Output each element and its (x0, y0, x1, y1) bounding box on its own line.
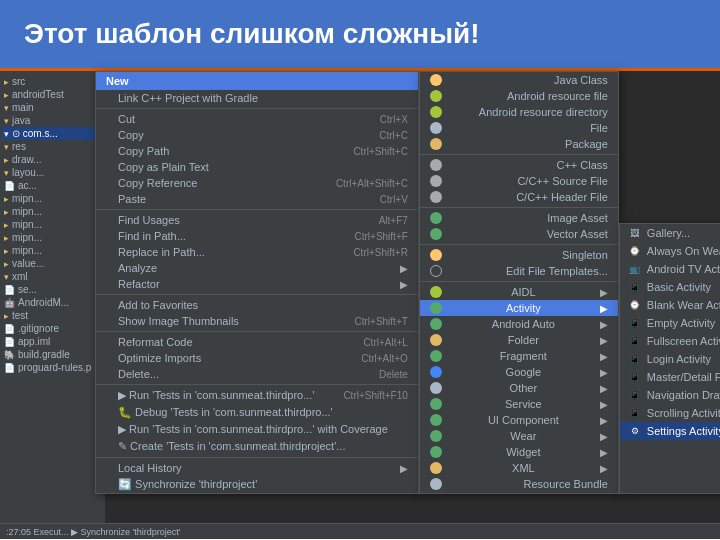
submenu1-google[interactable]: Google ▶ (420, 364, 618, 380)
activity-gallery[interactable]: 🖼 Gallery... (620, 224, 720, 242)
menu-item-delete[interactable]: Delete... Delete (96, 366, 418, 382)
image-asset-icon (430, 212, 442, 224)
submenu1-ui-component[interactable]: UI Component ▶ (420, 412, 618, 428)
submenu1-android-resource-dir[interactable]: Android resource directory (420, 104, 618, 120)
submenu1-image-asset[interactable]: Image Asset (420, 210, 618, 226)
resource-bundle-icon (430, 478, 442, 490)
menu-item-reformat[interactable]: Reformat Code Ctrl+Alt+L (96, 334, 418, 350)
tree-item-values: ▸ value... (2, 257, 103, 270)
submenu1-android-resource-file[interactable]: Android resource file (420, 88, 618, 104)
menu-item-run-coverage[interactable]: ▶ Run 'Tests in 'com.sunmeat.thirdpro...… (96, 421, 418, 438)
tree-item-res: ▾ res (2, 140, 103, 153)
activity-settings[interactable]: ⚙ Settings Activity (620, 422, 720, 440)
submenu1-cpp-source[interactable]: C/C++ Source File (420, 173, 618, 189)
folder-icon: ▸ (4, 194, 9, 204)
menu-item-run-tests[interactable]: ▶ Run 'Tests in 'com.sunmeat.thirdpro...… (96, 387, 418, 404)
activity-fullscreen[interactable]: 📱 Fullscreen Activity (620, 332, 720, 350)
android-auto-icon (430, 318, 442, 330)
folder-icon: ▸ (4, 90, 9, 100)
folder-icon: ▸ (4, 77, 9, 87)
tree-item-gitignore: 📄 .gitignore (2, 322, 103, 335)
gradle-icon: 🐘 (4, 350, 15, 360)
folder-icon: ▸ (4, 207, 9, 217)
menu-item-copy[interactable]: Copy Ctrl+C (96, 127, 418, 143)
separator4 (96, 331, 418, 332)
activity-scrolling[interactable]: 📱 Scrolling Activity (620, 404, 720, 422)
activity-master-detail[interactable]: 📱 Master/Detail Flow (620, 368, 720, 386)
folder-icon: ▾ (4, 168, 9, 178)
folder-icon: ▾ (4, 142, 9, 152)
ide-content: ▸ src ▸ androidTest ▾ main ▾ java ▾ ⊙ co… (0, 71, 720, 539)
submenu1-folder[interactable]: Folder ▶ (420, 332, 618, 348)
submenu1-cpp-header[interactable]: C/C++ Header File (420, 189, 618, 205)
android-resource-dir-icon (430, 106, 442, 118)
activity-empty[interactable]: 📱 Empty Activity (620, 314, 720, 332)
submenu1-activity[interactable]: Activity ▶ (420, 300, 618, 316)
menu-item-replace-path[interactable]: Replace in Path... Ctrl+Shift+R (96, 244, 418, 260)
menu-item-find-usages[interactable]: Find Usages Alt+F7 (96, 212, 418, 228)
submenu1-resource-bundle[interactable]: Resource Bundle (420, 476, 618, 492)
submenu1-package[interactable]: Package (420, 136, 618, 152)
submenu1-widget[interactable]: Widget ▶ (420, 444, 618, 460)
tree-item-com[interactable]: ▾ ⊙ com.s... (2, 127, 103, 140)
menu-item-link-cpp[interactable]: Link C++ Project with Gradle (96, 90, 418, 106)
activity-navigation-drawer[interactable]: 📱 Navigation Drawer Activity (620, 386, 720, 404)
submenu1-fragment[interactable]: Fragment ▶ (420, 348, 618, 364)
settings-activity-icon: ⚙ (628, 424, 642, 438)
submenu1-java-class[interactable]: Java Class (420, 72, 618, 88)
submenu1-service[interactable]: Service ▶ (420, 396, 618, 412)
tree-item-buildgradle: 🐘 build.gradle (2, 348, 103, 361)
submenu1-file[interactable]: File (420, 120, 618, 136)
menu-item-copy-path[interactable]: Copy Path Ctrl+Shift+C (96, 143, 418, 159)
vector-asset-icon (430, 228, 442, 240)
separator3 (96, 294, 418, 295)
activity-login[interactable]: 📱 Login Activity (620, 350, 720, 368)
slide-container: Этот шаблон слишком сложный! ▸ src ▸ and… (0, 0, 720, 540)
submenu1-other[interactable]: Other ▶ (420, 380, 618, 396)
ui-component-icon (430, 414, 442, 426)
activity-android-tv[interactable]: 📺 Android TV Activity (Requires... (620, 260, 720, 278)
separator5 (96, 384, 418, 385)
submenu1-cpp-class[interactable]: C++ Class (420, 157, 618, 173)
activity-blank-wear[interactable]: ⌚ Blank Wear Activity (Requires... (620, 296, 720, 314)
submenu1-singleton[interactable]: Singleton (420, 247, 618, 263)
activity-basic[interactable]: 📱 Basic Activity (620, 278, 720, 296)
menu-header-new[interactable]: New (96, 72, 418, 90)
submenu1-vector-asset[interactable]: Vector Asset (420, 226, 618, 242)
menu-item-create-tests[interactable]: ✎ Create 'Tests in 'com.sunmeat.thirdpro… (96, 438, 418, 455)
nav-drawer-icon: 📱 (628, 388, 642, 402)
file-icon: 📄 (4, 363, 15, 373)
submenu1-edit-templates[interactable]: Edit File Templates... (420, 263, 618, 279)
file-tree: ▸ src ▸ androidTest ▾ main ▾ java ▾ ⊙ co… (0, 71, 105, 539)
menu-item-optimize-imports[interactable]: Optimize Imports Ctrl+Alt+O (96, 350, 418, 366)
menu-item-local-history[interactable]: Local History ▶ (96, 460, 418, 476)
menu-item-add-favorites[interactable]: Add to Favorites (96, 297, 418, 313)
file-icon (430, 122, 442, 134)
menu-item-copy-plain[interactable]: Copy as Plain Text (96, 159, 418, 175)
menu-item-debug-tests[interactable]: 🐛 Debug 'Tests in 'com.sunmeat.thirdpro.… (96, 404, 418, 421)
menu-item-find-path[interactable]: Find in Path... Ctrl+Shift+F (96, 228, 418, 244)
sep (420, 154, 618, 155)
edit-templates-icon (430, 265, 442, 277)
menu-item-cut[interactable]: Cut Ctrl+X (96, 111, 418, 127)
menu-item-refactor[interactable]: Refactor ▶ (96, 276, 418, 292)
package-icon: ▾ (4, 129, 9, 139)
menu-item-copy-ref[interactable]: Copy Reference Ctrl+Alt+Shift+C (96, 175, 418, 191)
tree-item-mipmap4: ▸ mipn... (2, 231, 103, 244)
activity-always-on-wear[interactable]: ⌚ Always On Wear Activity (Req... (620, 242, 720, 260)
folder-icon: ▸ (4, 233, 9, 243)
folder-icon: ▸ (4, 311, 9, 321)
submenu1-wear[interactable]: Wear ▶ (420, 428, 618, 444)
menu-item-analyze[interactable]: Analyze ▶ (96, 260, 418, 276)
basic-activity-icon: 📱 (628, 280, 642, 294)
package-icon (430, 138, 442, 150)
submenu1-aidl[interactable]: AIDL ▶ (420, 284, 618, 300)
menu-item-synchronize[interactable]: 🔄 Synchronize 'thirdproject' (96, 476, 418, 493)
wear-activity-icon: ⌚ (628, 244, 642, 258)
menu-item-paste[interactable]: Paste Ctrl+V (96, 191, 418, 207)
sep2 (420, 207, 618, 208)
submenu1-xml[interactable]: XML ▶ (420, 460, 618, 476)
widget-icon (430, 446, 442, 458)
submenu1-android-auto[interactable]: Android Auto ▶ (420, 316, 618, 332)
menu-item-show-thumbnails[interactable]: Show Image Thumbnails Ctrl+Shift+T (96, 313, 418, 329)
